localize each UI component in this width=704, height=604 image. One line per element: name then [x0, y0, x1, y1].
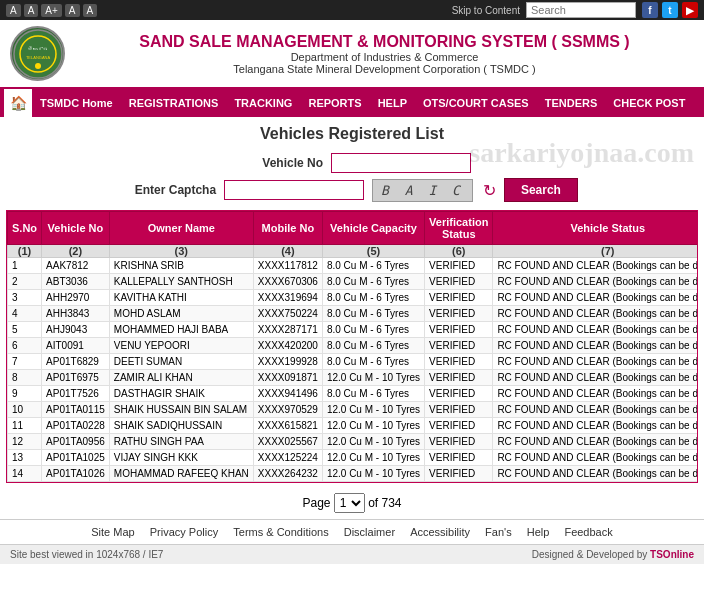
nav-item-help[interactable]: HELP — [370, 89, 415, 117]
footer-privacy[interactable]: Privacy Policy — [150, 526, 218, 538]
nav-home-button[interactable]: 🏠 — [4, 89, 32, 117]
font-btn-aplus[interactable]: A+ — [41, 4, 62, 17]
nav-item-registrations[interactable]: REGISTRATIONS — [121, 89, 227, 117]
table-cell-10-1: AP01TA0228 — [42, 418, 110, 434]
table-cell-11-6: RC FOUND AND CLEAR (Bookings can be done… — [493, 434, 698, 450]
table-cell-12-4: 12.0 Cu M - 10 Tyres — [322, 450, 424, 466]
table-cell-13-5: VERIFIED — [425, 466, 493, 482]
table-row: 1AAK7812KRISHNA SRIBXXXX1178128.0 Cu M -… — [8, 258, 699, 274]
table-cell-6-5: VERIFIED — [425, 354, 493, 370]
vehicles-table: S.No Vehicle No Owner Name Mobile No Veh… — [7, 211, 698, 482]
table-cell-4-2: MOHAMMED HAJI BABA — [109, 322, 253, 338]
table-cell-10-3: XXXX615821 — [253, 418, 322, 434]
table-cell-9-3: XXXX970529 — [253, 402, 322, 418]
footer-accessibility[interactable]: Accessibility — [410, 526, 470, 538]
table-cell-6-1: AP01T6829 — [42, 354, 110, 370]
nav-items: TSMDC Home REGISTRATIONS TRACKING REPORT… — [32, 89, 693, 117]
table-cell-11-4: 12.0 Cu M - 10 Tyres — [322, 434, 424, 450]
table-row: 8AP01T6975ZAMIR ALI KHANXXXX09187112.0 C… — [8, 370, 699, 386]
table-cell-13-0: 14 — [8, 466, 42, 482]
nav-item-reports[interactable]: REPORTS — [300, 89, 369, 117]
vehicle-no-input[interactable] — [331, 153, 471, 173]
table-cell-0-3: XXXX117812 — [253, 258, 322, 274]
table-cell-12-2: VIJAY SINGH KKK — [109, 450, 253, 466]
skip-link[interactable]: Skip to Content — [452, 5, 520, 16]
col-verification: Verification Status — [425, 212, 493, 245]
table-cell-3-3: XXXX750224 — [253, 306, 322, 322]
subheader-1: (1) — [8, 245, 42, 258]
nav-item-ots[interactable]: OTS/COURT CASES — [415, 89, 537, 117]
svg-text:తెలంగాణ: తెలంగాణ — [28, 46, 48, 52]
vehicle-no-row: Vehicle No — [233, 153, 471, 173]
main-nav: 🏠 TSMDC Home REGISTRATIONS TRACKING REPO… — [0, 89, 704, 117]
table-row: 6AIT0091VENU YEPOORIXXXX4202008.0 Cu M -… — [8, 338, 699, 354]
table-subheader-row: (1) (2) (3) (4) (5) (6) (7) — [8, 245, 699, 258]
col-sno: S.No — [8, 212, 42, 245]
table-cell-9-2: SHAIK HUSSAIN BIN SALAM — [109, 402, 253, 418]
table-cell-5-6: RC FOUND AND CLEAR (Bookings can be done… — [493, 338, 698, 354]
table-cell-1-5: VERIFIED — [425, 274, 493, 290]
nav-item-checkpost[interactable]: CHECK POST — [605, 89, 693, 117]
svg-text:TELANGANA: TELANGANA — [25, 55, 50, 60]
font-btn-a4[interactable]: A — [83, 4, 98, 17]
col-capacity: Vehicle Capacity — [322, 212, 424, 245]
nav-item-tracking[interactable]: TRACKING — [226, 89, 300, 117]
footer-tsonline: TSOnline — [650, 549, 694, 560]
vehicle-no-label: Vehicle No — [233, 156, 323, 170]
subheader-7: (7) — [493, 245, 698, 258]
top-right: Skip to Content f t ▶ — [452, 2, 698, 18]
table-cell-5-5: VERIFIED — [425, 338, 493, 354]
captcha-input[interactable] — [224, 180, 364, 200]
table-cell-1-2: KALLEPALLY SANTHOSH — [109, 274, 253, 290]
table-wrapper[interactable]: S.No Vehicle No Owner Name Mobile No Veh… — [6, 210, 698, 483]
footer-help[interactable]: Help — [527, 526, 550, 538]
table-cell-3-2: MOHD ASLAM — [109, 306, 253, 322]
page-label: Page — [302, 496, 333, 510]
footer-terms[interactable]: Terms & Conditions — [233, 526, 328, 538]
table-cell-11-0: 12 — [8, 434, 42, 450]
facebook-icon[interactable]: f — [642, 2, 658, 18]
table-cell-10-0: 11 — [8, 418, 42, 434]
site-title: SAND SALE MANAGEMENT & MONITORING SYSTEM… — [75, 33, 694, 51]
table-cell-0-5: VERIFIED — [425, 258, 493, 274]
table-cell-2-0: 3 — [8, 290, 42, 306]
font-btn-a3[interactable]: A — [65, 4, 80, 17]
footer-feedback[interactable]: Feedback — [564, 526, 612, 538]
font-btn-a[interactable]: A — [6, 4, 21, 17]
table-cell-13-2: MOHAMMAD RAFEEQ KHAN — [109, 466, 253, 482]
table-cell-2-4: 8.0 Cu M - 6 Tyres — [322, 290, 424, 306]
footer-sitemap[interactable]: Site Map — [91, 526, 134, 538]
site-sub2: Telangana State Mineral Development Corp… — [75, 63, 694, 75]
subheader-5: (5) — [322, 245, 424, 258]
table-row: 7AP01T6829DEETI SUMANXXXX1999288.0 Cu M … — [8, 354, 699, 370]
subheader-4: (4) — [253, 245, 322, 258]
table-cell-2-6: RC FOUND AND CLEAR (Bookings can be done… — [493, 290, 698, 306]
footer-fans[interactable]: Fan's — [485, 526, 512, 538]
table-cell-10-5: VERIFIED — [425, 418, 493, 434]
table-cell-2-2: KAVITHA KATHI — [109, 290, 253, 306]
svg-point-0 — [14, 30, 62, 78]
header-text: SAND SALE MANAGEMENT & MONITORING SYSTEM… — [75, 33, 694, 75]
table-cell-13-6: RC FOUND AND CLEAR (Bookings can be done… — [493, 466, 698, 482]
table-cell-8-0: 9 — [8, 386, 42, 402]
table-cell-0-2: KRISHNA SRIB — [109, 258, 253, 274]
col-owner-name: Owner Name — [109, 212, 253, 245]
table-cell-11-2: RATHU SINGH PAA — [109, 434, 253, 450]
twitter-icon[interactable]: t — [662, 2, 678, 18]
table-header-row: S.No Vehicle No Owner Name Mobile No Veh… — [8, 212, 699, 245]
search-button[interactable]: Search — [504, 178, 578, 202]
font-btn-a2[interactable]: A — [24, 4, 39, 17]
nav-item-tsmdc-home[interactable]: TSMDC Home — [32, 89, 121, 117]
table-cell-3-0: 4 — [8, 306, 42, 322]
page-select[interactable]: 12345 — [334, 493, 365, 513]
top-search-input[interactable] — [531, 4, 631, 16]
table-cell-6-4: 8.0 Cu M - 6 Tyres — [322, 354, 424, 370]
captcha-image-row: B A I C ↻ — [372, 179, 496, 202]
table-cell-4-0: 5 — [8, 322, 42, 338]
captcha-refresh-icon[interactable]: ↻ — [483, 181, 496, 200]
table-cell-4-1: AHJ9043 — [42, 322, 110, 338]
table-cell-11-3: XXXX025567 — [253, 434, 322, 450]
nav-item-tenders[interactable]: TENDERS — [537, 89, 606, 117]
footer-disclaimer[interactable]: Disclaimer — [344, 526, 395, 538]
youtube-icon[interactable]: ▶ — [682, 2, 698, 18]
